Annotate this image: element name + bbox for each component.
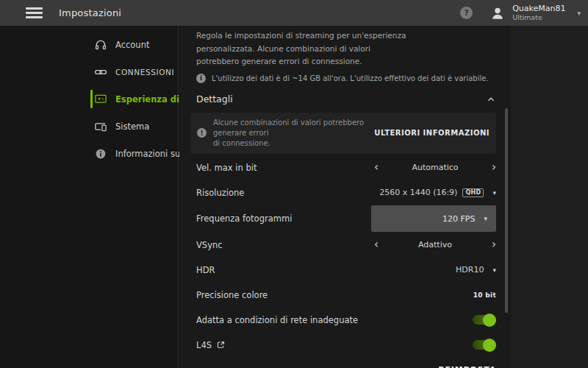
l4s-toggle[interactable] [473,340,495,350]
sidebar-item-sistema[interactable]: Sistema [0,113,178,140]
game-display-icon [94,93,107,106]
color-precision-value: 10 bit [473,291,496,299]
resolution-dropdown[interactable]: 2560 x 1440 (16:9) QHD ▾ [379,188,496,197]
chevron-right-icon[interactable]: › [492,239,496,250]
vsync-stepper: ‹ Adattivo › [374,239,496,250]
caret-down-icon: ▾ [492,189,496,197]
user-name: QuakeMan81 [512,4,565,14]
vsync-value: Adattivo [418,240,452,250]
right-margin [511,26,588,368]
sidebar-item-label: CONNESSIONI [115,68,174,77]
network-adapt-toggle[interactable] [473,315,495,325]
sidebar: Account CONNESSIONI [0,26,179,368]
setting-row-bitrate: Vel. max in bit ‹ Automatico › [196,155,496,180]
main-content: Regola le impostazioni di streaming per … [179,26,511,368]
info-icon: i [196,74,206,83]
chevron-left-icon[interactable]: ‹ [374,239,379,250]
external-link-icon[interactable] [217,341,225,349]
data-usage-note: i L'utilizzo dei dati è di ~14 GB all'or… [196,74,496,83]
setting-row-hdr: HDR HDR10 ▾ [196,258,496,283]
scrollbar-thumb[interactable] [505,108,508,313]
sidebar-item-label: Informazioni su [115,149,180,159]
settings-window: Impostazioni ? QuakeMan81 Ultimate ▾ [0,0,588,368]
user-tier: Ultimate [512,13,565,22]
devices-icon [94,120,107,133]
section-dettagli[interactable]: Dettagli [196,92,496,107]
bitrate-value: Automatico [412,163,458,172]
chevron-left-icon[interactable]: ‹ [374,162,379,173]
user-icon [490,5,506,21]
more-info-button[interactable]: ULTERIORI INFORMAZIONI [364,129,490,137]
sidebar-item-account[interactable]: Account [0,31,178,58]
info-icon [94,147,107,160]
bitrate-stepper: ‹ Automatico › [374,162,496,173]
link-icon [94,66,107,79]
sidebar-item-connessioni[interactable]: CONNESSIONI [0,58,178,85]
topbar-right: ? QuakeMan81 Ultimate ▾ [460,4,581,23]
chevron-up-icon[interactable] [486,94,496,105]
top-bar: Impostazioni ? QuakeMan81 Ultimate ▾ [0,0,588,26]
setting-row-resolution: Risoluzione 2560 x 1440 (16:9) QHD ▾ [196,180,496,205]
framerate-value: 120 FPS [442,214,475,224]
resolution-value: 2560 x 1440 (16:9) [379,188,457,197]
setting-row-vsync: VSync ‹ Adattivo › [196,233,496,258]
setting-row-framerate: Frequenza fotogrammi 120 FPS ▾ [196,205,496,233]
user-menu[interactable]: QuakeMan81 Ultimate [512,4,565,23]
reset-button[interactable]: REIMPOSTA [438,365,496,368]
warning-banner: ! Alcune combinazioni di valori potrebbe… [190,113,496,154]
headset-icon [94,38,107,52]
caret-down-icon: ▾ [492,266,496,274]
setting-row-l4s: L4S [196,333,496,358]
framerate-dropdown[interactable]: 120 FPS ▾ [371,205,496,232]
warning-text: Alcune combinazioni di valori potrebbero… [213,118,364,149]
hdr-value: HDR10 [456,265,484,275]
sidebar-item-label: Account [115,40,149,50]
sidebar-item-esperienza-di-gioco[interactable]: Esperienza di gioco [0,85,178,113]
chevron-down-icon[interactable]: ▾ [577,10,581,17]
page-title: Impostazioni [59,7,121,18]
chevron-right-icon[interactable]: › [492,162,496,173]
sidebar-item-label: Sistema [115,121,149,132]
help-icon[interactable]: ? [460,7,473,19]
hdr-dropdown[interactable]: HDR10 ▾ [456,265,496,275]
sidebar-item-informazioni-su[interactable]: Informazioni su [0,140,178,167]
section-title: Dettagli [196,93,233,105]
warning-icon: ! [197,128,207,138]
avatar[interactable] [490,5,506,21]
intro-text: Regola le impostazioni di streaming per … [196,29,496,68]
l4s-label: L4S [196,340,212,350]
qhd-badge: QHD [462,188,484,197]
caret-down-icon: ▾ [484,215,487,222]
setting-row-network-adapt: Adatta a condizioni di rete inadeguate [196,308,496,333]
setting-row-color-precision: Precisione colore 10 bit [196,283,496,308]
menu-icon[interactable] [26,5,43,21]
